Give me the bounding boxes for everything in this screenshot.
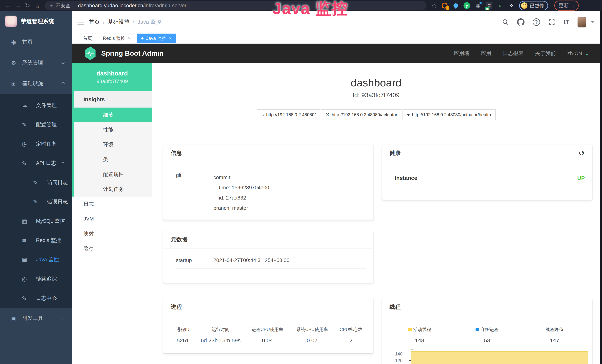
sba-item-environment[interactable]: 环境 xyxy=(74,137,152,152)
toolbox-icon: ▣ xyxy=(11,315,22,321)
reload-icon[interactable]: ↻ xyxy=(23,1,32,11)
sidebar-item-home[interactable]: ◉ 首页 xyxy=(0,32,72,52)
font-size-icon[interactable]: tT xyxy=(563,18,569,26)
eye-icon: ◎ xyxy=(22,276,36,282)
extension-colorpicker-icon[interactable]: 1 xyxy=(441,2,448,9)
sba-item-config-props[interactable]: 配置属性 xyxy=(74,167,152,182)
history-icon[interactable]: ↺ xyxy=(579,150,585,157)
close-icon[interactable]: × xyxy=(128,36,130,41)
sidebar-item-scheduled-jobs[interactable]: ◷ 定时任务 xyxy=(0,134,72,153)
live-threads-area xyxy=(411,351,588,364)
sidebar-item-redis-monitor[interactable]: ≋ Redis 监控 xyxy=(0,231,72,250)
timer-icon: ◷ xyxy=(22,141,36,147)
sba-item-logs[interactable]: 日志 xyxy=(72,197,152,211)
cloud-upload-icon: ☁ xyxy=(22,102,36,109)
forward-icon[interactable]: → xyxy=(13,1,23,11)
sidebar-item-access-log[interactable]: ✎ 访问日志 xyxy=(0,173,72,192)
sba-nav-journal[interactable]: 日志报表 xyxy=(503,50,524,57)
breadcrumb: 首页 / 基础设施 / Java 监控 xyxy=(89,18,161,26)
chevron-up-icon xyxy=(62,162,65,165)
edit-icon: ✎ xyxy=(22,121,36,128)
extensions-puzzle-icon[interactable]: ❖ xyxy=(508,2,515,9)
sidebar-item-file-manage[interactable]: ☁ 文件管理 xyxy=(0,96,72,115)
menu-kebab-icon[interactable]: ⋮ xyxy=(570,3,575,8)
sba-language-select[interactable]: zh-CN xyxy=(567,50,588,56)
profile-paused-chip[interactable]: 已暂停 xyxy=(519,1,548,11)
app-title: 芋道管理系统 xyxy=(21,18,54,25)
extension-pin-icon[interactable] xyxy=(452,2,459,9)
sba-nav-about[interactable]: 关于我们 xyxy=(535,50,556,57)
security-label[interactable]: 不安全 xyxy=(56,2,70,9)
avatar-caret-icon[interactable] xyxy=(591,21,595,23)
sba-item-jvm[interactable]: JVM xyxy=(72,211,152,226)
y-tick-120: 120 xyxy=(382,358,402,363)
github-icon[interactable] xyxy=(517,18,525,26)
endpoint-buttons: ⌂ http://192.168.0.2:48080/ ⚒ http://192… xyxy=(152,109,600,120)
extension-grid-icon[interactable]: ▦ xyxy=(475,2,481,9)
process-table: 进程ID 运行时间 进程CPU使用率 系统CPU使用率 CPU核心数 5261 … xyxy=(163,316,373,344)
header-actions: ? tT xyxy=(502,17,602,27)
endpoint-actuator-button[interactable]: ⚒ http://192.168.0.2:48080/actuator xyxy=(321,109,402,120)
url-host[interactable]: dashboard.yudao.iocoder.cn xyxy=(78,3,143,9)
tab-home[interactable]: 首页 xyxy=(79,33,97,43)
sidebar-item-trace[interactable]: ◎ 链路追踪 xyxy=(0,269,72,289)
sba-logo-icon[interactable] xyxy=(84,47,97,60)
sidebar-item-error-log[interactable]: ✎ 错误日志 xyxy=(0,192,72,211)
sba-nav-wallboard[interactable]: 应用墙 xyxy=(454,50,469,57)
close-icon[interactable]: × xyxy=(169,36,172,41)
metadata-card: 元数据 startup 2021-04-27T00:44:31.254+08:0… xyxy=(163,231,374,283)
info-card: 信息 git commit: time: 1596289704000 id: 2… xyxy=(163,144,374,220)
extension-switch-icon[interactable]: ≣ on xyxy=(486,2,493,9)
endpoint-root-button[interactable]: ⌂ http://192.168.0.2:48080/ xyxy=(257,109,320,120)
gear-icon: ⚙ xyxy=(11,60,22,66)
tab-java-monitor[interactable]: Java 监控 × xyxy=(137,33,176,43)
browser-update-button[interactable]: 更新 ⋮ xyxy=(554,0,579,11)
monitor-icon: ⊞ xyxy=(11,80,22,87)
breadcrumb-infra[interactable]: 基础设施 xyxy=(108,18,129,26)
sidebar-item-config-manage[interactable]: ✎ 配置管理 xyxy=(0,115,72,134)
insights-section-label[interactable]: Insights xyxy=(74,91,152,107)
insights-group: Insights 细节 性能 环境 类 配置属性 计划任务 xyxy=(72,91,152,197)
row-divider xyxy=(395,186,585,186)
sidebar-item-mysql-monitor[interactable]: ▦ MySQL 监控 xyxy=(0,211,72,231)
sba-item-classes[interactable]: 类 xyxy=(74,152,152,167)
sba-item-details[interactable]: 细节 xyxy=(72,107,152,122)
heart-icon: ♥ xyxy=(407,112,410,117)
search-icon[interactable] xyxy=(502,19,509,26)
back-icon[interactable]: ← xyxy=(3,1,13,11)
sidebar-item-log-center[interactable]: ✎ 日志中心 xyxy=(0,289,72,308)
sba-item-scheduled-tasks[interactable]: 计划任务 xyxy=(74,182,152,197)
url-path[interactable]: /infra/admin-server xyxy=(143,3,186,9)
home-icon[interactable]: ⌂ xyxy=(32,1,42,11)
wrench-icon: ⚒ xyxy=(326,112,330,117)
sidebar-item-system[interactable]: ⚙ 系统管理 xyxy=(0,52,72,73)
scrollbar[interactable] xyxy=(600,11,602,364)
database-icon: ▦ xyxy=(22,218,36,224)
sba-nav-applications[interactable]: 应用 xyxy=(481,50,491,57)
help-icon[interactable]: ? xyxy=(533,18,540,26)
extension-y-icon[interactable]: y xyxy=(463,2,470,9)
app-logo-row[interactable]: 芋道管理系统 xyxy=(0,11,72,32)
breadcrumb-current: Java 监控 xyxy=(138,18,161,26)
sidebar-item-dev-tools[interactable]: ▣ 研发工具 xyxy=(0,308,72,329)
sidebar-item-infra[interactable]: ⊞ 基础设施 xyxy=(0,73,72,94)
bookmark-star-icon[interactable]: ☆ xyxy=(431,2,437,9)
fullscreen-icon[interactable] xyxy=(548,19,555,26)
sba-item-caches[interactable]: 缓存 xyxy=(72,241,152,256)
sba-navbar: Spring Boot Admin 应用墙 应用 日志报表 关于我们 zh-CN xyxy=(72,43,600,63)
tab-redis-monitor[interactable]: Redis 监控 × xyxy=(99,33,135,43)
extension-search-icon[interactable]: ⌕ xyxy=(497,2,504,9)
address-bar[interactable]: ⚠ 不安全 dashboard.yudao.iocoder.cn /infra/… xyxy=(44,1,426,10)
sba-item-mappings[interactable]: 映射 xyxy=(72,226,152,241)
legend-square-daemon xyxy=(475,328,479,331)
user-avatar[interactable] xyxy=(578,17,586,27)
tags-view: 首页 Redis 监控 × Java 监控 × xyxy=(72,33,602,43)
endpoint-health-button[interactable]: ♥ http://192.168.0.2:48080/actuator/heal… xyxy=(402,109,495,120)
instance-header[interactable]: dashboard 93a3fc7f7409 xyxy=(72,63,152,91)
breadcrumb-home[interactable]: 首页 xyxy=(89,18,100,26)
sba-brand-title[interactable]: Spring Boot Admin xyxy=(101,50,163,57)
sidebar-item-java-monitor[interactable]: ▣ Java 监控 xyxy=(0,250,72,269)
sidebar-item-api-log[interactable]: ✎ API 日志 xyxy=(0,153,72,173)
sba-item-metrics[interactable]: 性能 xyxy=(74,122,152,137)
sidebar-fold-icon[interactable] xyxy=(72,22,89,22)
